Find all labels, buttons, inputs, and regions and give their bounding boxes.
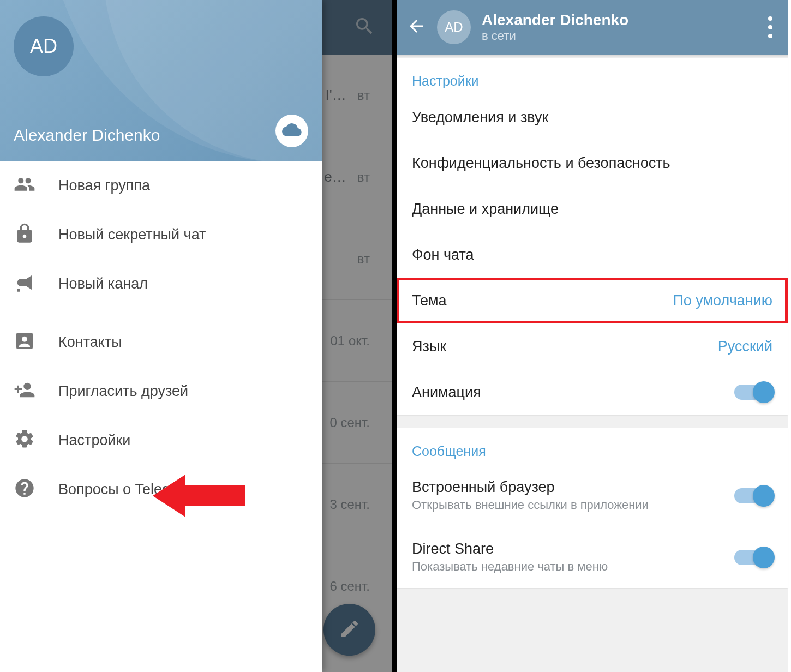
- cloud-icon: [282, 120, 302, 142]
- gear-icon: [14, 428, 35, 452]
- section-title: Настройки: [397, 58, 788, 94]
- menu-item-new-channel[interactable]: Новый канал: [0, 259, 322, 308]
- avatar[interactable]: AD: [437, 10, 471, 44]
- setting-label: Уведомления и звук: [412, 109, 548, 126]
- menu-item-secret-chat[interactable]: Новый секретный чат: [0, 210, 322, 259]
- divider: [0, 313, 322, 313]
- avatar[interactable]: AD: [14, 16, 74, 76]
- drawer-header: AD Alexander Dichenko: [0, 0, 322, 161]
- annotation-arrow: [153, 471, 245, 523]
- settings-header: AD Alexander Dichenko в сети: [397, 0, 788, 55]
- menu-label: Новый канал: [58, 275, 148, 292]
- setting-label: Конфиденциальность и безопасность: [412, 155, 670, 172]
- right-panel: AD Alexander Dichenko в сети Настройки У…: [395, 0, 788, 672]
- navigation-drawer: AD Alexander Dichenko Новая группа: [0, 0, 322, 672]
- setting-language[interactable]: Язык Русский: [397, 323, 788, 369]
- setting-data[interactable]: Данные и хранилище: [397, 186, 788, 232]
- contacts-icon: [14, 330, 35, 354]
- setting-theme[interactable]: Тема По умолчанию: [397, 278, 788, 323]
- setting-background[interactable]: Фон чата: [397, 232, 788, 278]
- back-button[interactable]: [406, 16, 426, 38]
- help-icon: [14, 477, 35, 501]
- setting-value: Русский: [718, 338, 772, 355]
- setting-direct-share[interactable]: Direct Share Показывать недавние чаты в …: [397, 526, 788, 588]
- setting-builtin-browser[interactable]: Встроенный браузер Открывать внешние ссы…: [397, 465, 788, 526]
- setting-label: Тема: [412, 292, 447, 309]
- megaphone-icon: [14, 272, 35, 296]
- menu-item-new-group[interactable]: Новая группа: [0, 161, 322, 210]
- toggle-switch[interactable]: [734, 385, 772, 400]
- invite-icon: [14, 379, 35, 403]
- menu-label: Пригласить друзей: [58, 383, 188, 400]
- cloud-button[interactable]: [275, 115, 308, 147]
- more-button[interactable]: [763, 11, 778, 44]
- setting-label: Язык: [412, 338, 446, 355]
- setting-notifications[interactable]: Уведомления и звук: [397, 94, 788, 140]
- toggle-switch[interactable]: [734, 488, 772, 503]
- setting-label: Встроенный браузер: [412, 479, 649, 496]
- menu-label: Контакты: [58, 334, 122, 351]
- setting-sublabel: Открывать внешние ссылки в приложении: [412, 498, 649, 512]
- drawer-menu: Новая группа Новый секретный чат Новый к…: [0, 161, 322, 514]
- menu-item-settings[interactable]: Настройки: [0, 416, 322, 465]
- setting-label: Данные и хранилище: [412, 201, 559, 218]
- setting-label: Фон чата: [412, 247, 474, 263]
- menu-label: Новый секретный чат: [58, 226, 206, 243]
- section-title: Сообщения: [397, 428, 788, 465]
- header-status: в сети: [482, 29, 752, 43]
- username: Alexander Dichenko: [14, 126, 160, 145]
- svg-marker-0: [153, 475, 245, 517]
- group-icon: [14, 173, 35, 197]
- menu-label: Настройки: [58, 432, 130, 449]
- setting-label: Direct Share: [412, 541, 608, 557]
- toggle-switch[interactable]: [734, 550, 772, 565]
- left-panel: , I'…вт е…вт вт 01 окт. 0 сент. 3 сент. …: [0, 0, 395, 672]
- menu-label: Новая группа: [58, 177, 150, 194]
- lock-icon: [14, 223, 35, 247]
- settings-section: Настройки Уведомления и звук Конфиденциа…: [397, 58, 788, 415]
- menu-item-invite[interactable]: Пригласить друзей: [0, 367, 322, 416]
- header-name: Alexander Dichenko: [482, 11, 752, 29]
- setting-sublabel: Показывать недавние чаты в меню: [412, 560, 608, 574]
- setting-privacy[interactable]: Конфиденциальность и безопасность: [397, 140, 788, 186]
- setting-value: По умолчанию: [673, 292, 772, 309]
- menu-item-contacts[interactable]: Контакты: [0, 317, 322, 367]
- setting-label: Анимация: [412, 384, 481, 401]
- setting-animation[interactable]: Анимация: [397, 369, 788, 415]
- messages-section: Сообщения Встроенный браузер Открывать в…: [397, 428, 788, 588]
